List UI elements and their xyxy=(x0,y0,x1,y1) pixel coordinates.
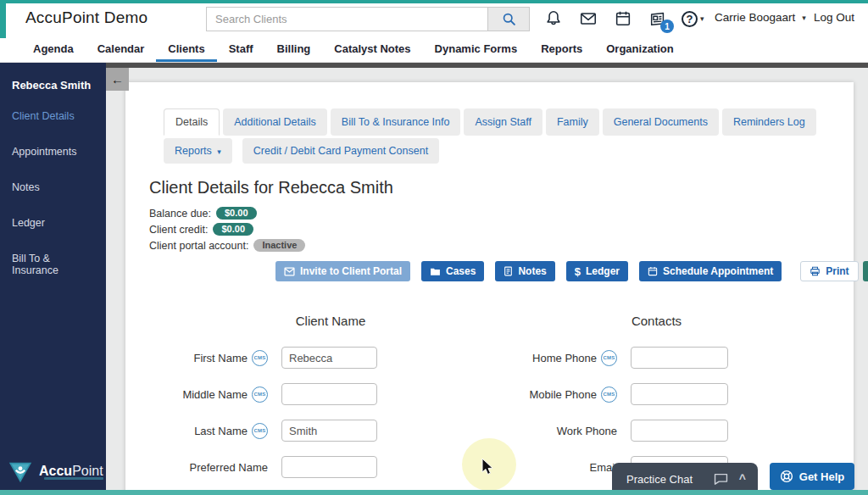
work-phone-input[interactable] xyxy=(631,420,728,442)
portal-status-badge: Inactive xyxy=(253,239,305,252)
header: AccuPoint Demo xyxy=(0,0,868,37)
nav-item-clients[interactable]: Clients xyxy=(156,37,216,62)
preferred-name-label: Preferred Name xyxy=(190,461,268,474)
accupoint-logo-icon xyxy=(7,458,34,485)
nav-item-staff[interactable]: Staff xyxy=(217,37,265,62)
nav-item-reports[interactable]: Reports xyxy=(529,37,594,62)
work-phone-label: Work Phone xyxy=(557,425,617,437)
client-name-section: Client Name First NameCMS Middle NameCMS… xyxy=(125,314,490,492)
first-name-label: First Name xyxy=(193,352,248,364)
save-button[interactable]: Save xyxy=(863,261,868,281)
tab-details[interactable]: Details xyxy=(164,108,220,136)
form-row: Mobile PhoneCMS xyxy=(490,383,854,405)
main-nav: Agenda Calendar Clients Staff Billing Ca… xyxy=(0,37,868,63)
tab-payment-consent[interactable]: Credit / Debit Card Payment Consent xyxy=(242,138,439,164)
ledger-button[interactable]: $ Ledger xyxy=(566,261,628,281)
tab-reports-dropdown[interactable]: Reports ▾ xyxy=(164,138,232,164)
home-phone-input[interactable] xyxy=(631,347,728,369)
search-input[interactable] xyxy=(206,7,487,31)
last-name-label: Last Name xyxy=(194,425,248,437)
chevron-up-icon: ^ xyxy=(739,472,746,486)
practice-chat-label: Practice Chat xyxy=(626,473,693,486)
app-root: AccuPoint Demo xyxy=(0,0,868,495)
nav-item-catalyst-notes[interactable]: Catalyst Notes xyxy=(322,37,422,62)
left-accent-bar xyxy=(0,0,6,38)
sidebar-item-notes[interactable]: Notes xyxy=(0,170,106,205)
form-row: Last NameCMS xyxy=(125,420,490,442)
notifications-button[interactable] xyxy=(542,8,565,30)
form-row: Home PhoneCMS xyxy=(490,347,854,369)
mobile-phone-label: Mobile Phone xyxy=(530,388,598,401)
sidebar-item-ledger[interactable]: Ledger xyxy=(0,205,106,241)
notes-button[interactable]: Notes xyxy=(495,261,554,281)
form-row: First NameCMS xyxy=(125,347,490,369)
help-icon: ? xyxy=(682,11,698,27)
logout-link[interactable]: Log Out xyxy=(814,11,854,24)
cms-badge-icon: CMS xyxy=(601,350,617,366)
middle-name-input[interactable] xyxy=(281,383,377,405)
cases-button[interactable]: Cases xyxy=(421,261,484,281)
mobile-phone-input[interactable] xyxy=(631,383,728,405)
dollar-icon: $ xyxy=(575,265,581,278)
news-feed-button[interactable]: 1 xyxy=(647,8,669,30)
life-ring-icon xyxy=(780,470,793,483)
invite-to-client-portal-button[interactable]: Invite to Client Portal xyxy=(275,261,410,281)
form-row: Preferred Name xyxy=(125,456,490,478)
nav-item-agenda[interactable]: Agenda xyxy=(21,37,86,62)
mouse-cursor xyxy=(481,458,495,476)
header-icon-row: 1 ? ▾ xyxy=(542,7,704,31)
first-name-input[interactable] xyxy=(281,347,377,369)
help-button[interactable]: ? ▾ xyxy=(682,8,704,30)
contacts-header: Contacts xyxy=(490,314,854,329)
form-row: Middle NameCMS xyxy=(125,383,490,405)
client-summary: Balance due: $0.00 Client credit: $0.00 … xyxy=(149,207,305,255)
nav-item-calendar[interactable]: Calendar xyxy=(86,37,157,62)
preferred-name-input[interactable] xyxy=(281,456,377,478)
envelope-icon xyxy=(578,9,598,28)
user-name: Carrie Boogaart xyxy=(715,11,795,24)
middle-name-label: Middle Name xyxy=(182,388,248,401)
tab-bar-row1: Details Additional Details Bill To & Ins… xyxy=(164,108,816,136)
client-search xyxy=(206,7,530,31)
nav-item-organization[interactable]: Organization xyxy=(594,37,685,62)
notification-badge: 1 xyxy=(660,19,674,33)
bottom-accent-bar xyxy=(0,490,868,495)
tab-family[interactable]: Family xyxy=(546,108,599,136)
home-phone-label: Home Phone xyxy=(532,352,597,364)
cms-badge-icon: CMS xyxy=(601,387,617,403)
tab-additional-details[interactable]: Additional Details xyxy=(223,108,327,136)
messages-button[interactable] xyxy=(577,8,599,30)
cms-badge-icon: CMS xyxy=(252,387,268,403)
printer-icon xyxy=(810,266,821,276)
schedule-appointment-button[interactable]: Schedule Appointment xyxy=(639,261,782,281)
chat-bubble-icon xyxy=(714,473,728,485)
nav-item-dynamic-forms[interactable]: Dynamic Forms xyxy=(423,37,530,62)
calendar-button[interactable] xyxy=(612,8,634,30)
search-button[interactable] xyxy=(487,7,530,31)
sidebar-item-appointments[interactable]: Appointments xyxy=(0,134,106,170)
get-help-label: Get Help xyxy=(799,470,844,483)
balance-due-badge: $0.00 xyxy=(216,207,257,220)
calendar-icon xyxy=(648,266,658,276)
sidebar-item-bill-to-insurance[interactable]: Bill To & Insurance xyxy=(0,241,106,288)
content-panel: Details Additional Details Bill To & Ins… xyxy=(125,82,854,495)
caret-down-icon: ▾ xyxy=(700,14,704,23)
top-accent-bar xyxy=(0,0,868,3)
tab-bill-to-insurance-info[interactable]: Bill To & Insurance Info xyxy=(331,108,461,136)
last-name-input[interactable] xyxy=(281,420,377,442)
sidebar-item-client-details[interactable]: Client Details xyxy=(0,98,106,134)
tab-assign-staff[interactable]: Assign Staff xyxy=(464,108,542,136)
nav-item-billing[interactable]: Billing xyxy=(265,37,323,62)
cms-badge-icon: CMS xyxy=(252,350,268,366)
caret-down-icon: ▾ xyxy=(217,147,221,156)
tab-general-documents[interactable]: General Documents xyxy=(603,108,719,136)
caret-down-icon: ▾ xyxy=(802,14,806,22)
user-menu[interactable]: Carrie Boogaart ▾ xyxy=(715,11,806,24)
tab-reminders-log[interactable]: Reminders Log xyxy=(722,108,816,136)
search-icon xyxy=(502,12,516,26)
sidebar-collapse-button[interactable]: ← xyxy=(106,68,129,91)
form-row: Work Phone xyxy=(490,420,854,442)
action-button-row: Invite to Client Portal Cases Notes $ Le… xyxy=(275,261,868,281)
print-button[interactable]: Print xyxy=(800,261,858,281)
get-help-button[interactable]: Get Help xyxy=(770,463,854,490)
